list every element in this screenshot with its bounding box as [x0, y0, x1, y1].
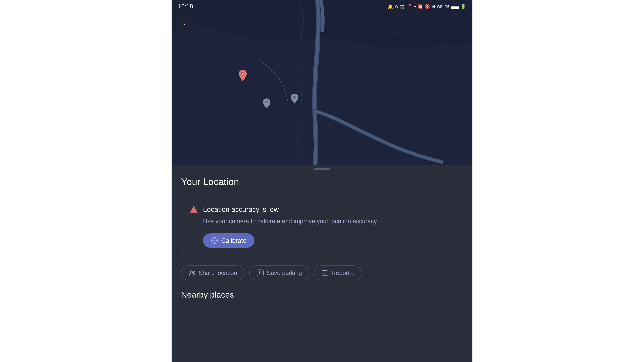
alert-card: ! Location accuracy is low Use your came…: [181, 197, 463, 256]
warning-triangle-icon: !: [189, 205, 198, 214]
svg-line-15: [192, 273, 193, 274]
map-pin-pink[interactable]: 🍽: [238, 70, 247, 81]
action-buttons-row: Share location P Save parking Report a: [181, 266, 463, 280]
back-arrow-icon: ←: [183, 20, 189, 27]
share-location-icon: [188, 269, 196, 277]
alert-header: ! Location accuracy is low: [189, 205, 455, 214]
save-parking-button[interactable]: P Save parking: [249, 266, 309, 280]
dot-icon: •: [414, 4, 416, 9]
share-location-label: Share location: [198, 270, 237, 276]
alert-title: Location accuracy is low: [203, 205, 279, 213]
status-time: 10:18: [178, 3, 193, 10]
svg-point-4: [293, 96, 296, 99]
svg-rect-20: [322, 271, 327, 275]
back-button[interactable]: ←: [178, 16, 194, 32]
calibrate-icon: [211, 237, 218, 244]
signal-icon: ▄▄▄: [451, 4, 459, 8]
status-bar: 10:18 🔔 W 📷 📍 • ⏰ 🔇 ⊕ wifi ☎ ▄▄▄ 🔋: [172, 0, 472, 13]
svg-text:P: P: [259, 271, 262, 275]
svg-point-7: [214, 240, 216, 241]
svg-point-17: [193, 274, 194, 275]
map-area[interactable]: 🍽 10:18 🔔 W 📷 📍 •: [172, 0, 472, 168]
calibrate-button[interactable]: Calibrate: [203, 233, 254, 248]
bottom-sheet: Your Location ! Location accuracy is low…: [172, 170, 472, 362]
alarm-icon: ⏰: [418, 4, 423, 9]
share-location-button[interactable]: Share location: [181, 266, 244, 280]
report-label: Report a: [332, 270, 355, 276]
svg-text:🍽: 🍽: [242, 72, 244, 75]
your-location-title: Your Location: [181, 176, 463, 187]
gps-icon: ⊕: [432, 4, 436, 9]
save-parking-label: Save parking: [267, 270, 302, 276]
call-icon: ☎: [445, 4, 449, 8]
notification-icon: 🔔: [388, 4, 393, 9]
report-button[interactable]: Report a: [314, 266, 362, 280]
battery-icon: 🔋: [460, 4, 466, 9]
svg-point-12: [190, 271, 193, 273]
nearby-places-title: Nearby places: [181, 290, 463, 300]
svg-text:!: !: [193, 208, 194, 212]
svg-point-3: [265, 100, 268, 103]
mute-icon: 🔇: [424, 4, 430, 9]
phone-screen: 🍽 10:18 🔔 W 📷 📍 •: [172, 0, 472, 362]
map-pin-gray2[interactable]: [291, 94, 298, 103]
status-icons: 🔔 W 📷 📍 • ⏰ 🔇 ⊕ wifi ☎ ▄▄▄ 🔋: [388, 4, 466, 9]
wifi-icon: wifi: [437, 4, 443, 9]
report-icon: [321, 269, 329, 277]
drag-handle: [314, 168, 330, 170]
alert-description: Use your camera to calibrate and improve…: [203, 217, 455, 225]
camera-icon: 📷: [400, 4, 406, 9]
location-icon: 📍: [407, 4, 413, 9]
parking-icon: P: [256, 269, 264, 277]
map-pin-gray1[interactable]: [263, 98, 270, 108]
svg-point-16: [193, 271, 194, 272]
calibrate-button-label: Calibrate: [221, 237, 246, 244]
whatsapp-icon: W: [395, 4, 398, 8]
